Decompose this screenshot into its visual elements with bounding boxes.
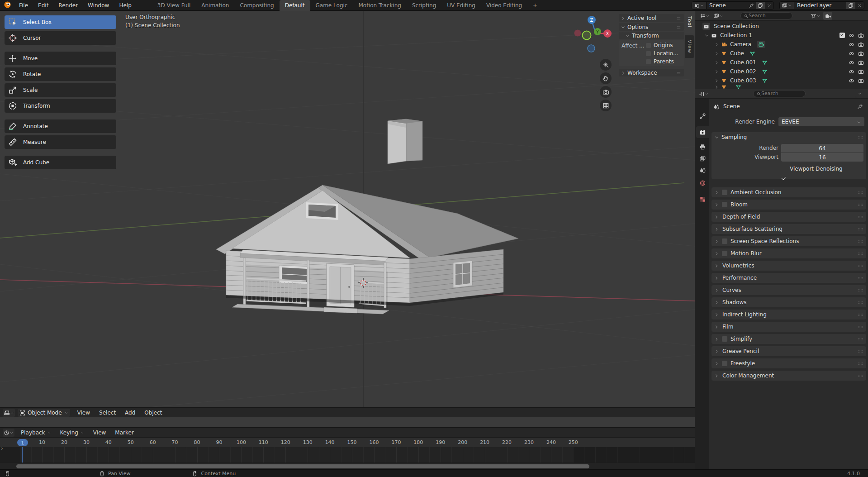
tool-annotate[interactable]: Annotate	[5, 119, 116, 133]
new-layer-button[interactable]	[846, 2, 855, 9]
section-bloom[interactable]: Bloom	[711, 200, 866, 210]
outliner-row-camera[interactable]: Camera	[695, 40, 868, 49]
properties-search-input[interactable]	[761, 91, 802, 96]
section-checkbox[interactable]	[722, 251, 727, 256]
timeline-menu-view[interactable]: View	[89, 429, 110, 436]
outliner-row-cube-003[interactable]: Cube.003	[695, 76, 868, 85]
new-collection-button[interactable]	[823, 12, 832, 20]
menu-edit[interactable]: Edit	[33, 0, 53, 11]
npanel-active-tool[interactable]: Active Tool	[619, 14, 684, 22]
properties-tab-world[interactable]	[696, 177, 709, 189]
outliner-row-partial[interactable]	[695, 85, 868, 89]
workspace-tab-scripting[interactable]: Scripting	[407, 0, 441, 11]
outliner-filter-dropdown[interactable]	[810, 12, 821, 20]
section-curves[interactable]: Curves	[711, 285, 866, 295]
sampling-panel-header[interactable]: Sampling	[711, 132, 866, 142]
section-performance[interactable]: Performance	[711, 273, 866, 283]
tool-rotate[interactable]: Rotate	[5, 67, 116, 81]
outliner-filter-mode-dropdown[interactable]	[712, 12, 724, 20]
section-checkbox[interactable]	[722, 238, 727, 244]
tool-move[interactable]: Move	[5, 52, 116, 65]
playhead-line[interactable]	[22, 447, 23, 463]
hide-toggle[interactable]	[849, 50, 854, 57]
timeline-menu-keying[interactable]: Keying	[56, 429, 89, 436]
checkbox[interactable]	[646, 43, 651, 48]
tool-scale[interactable]: Scale	[5, 83, 116, 97]
properties-tab-output[interactable]	[696, 141, 709, 153]
viewport-menu-add[interactable]: Add	[120, 410, 140, 416]
section-subsurface-scattering[interactable]: Subsurface Scattering	[711, 224, 866, 234]
blender-logo-icon[interactable]	[4, 1, 11, 10]
section-simplify[interactable]: Simplify	[711, 334, 866, 344]
editor-type-button[interactable]	[3, 409, 15, 417]
add-workspace-button[interactable]: +	[527, 0, 543, 11]
properties-tab-viewlayer[interactable]	[696, 153, 709, 164]
viewport-menu-view[interactable]: View	[73, 410, 95, 416]
npanel-workspace[interactable]: Workspace	[619, 69, 684, 76]
outliner-row-scene-collection[interactable]: Scene Collection	[695, 22, 868, 31]
tool-cursor[interactable]: Cursor	[5, 31, 116, 45]
hide-toggle[interactable]	[849, 41, 854, 48]
workspace-tab-uv-editing[interactable]: UV Editing	[441, 0, 481, 11]
properties-options-dropdown[interactable]	[855, 90, 864, 98]
workspace-tab-compositing[interactable]: Compositing	[234, 0, 279, 11]
viewport-menu-select[interactable]: Select	[95, 410, 120, 416]
section-indirect-lighting[interactable]: Indirect Lighting	[711, 310, 866, 320]
npanel-tab-view[interactable]: View	[685, 35, 694, 58]
mode-dropdown[interactable]: Object Mode	[18, 409, 70, 417]
workspace-tab-animation[interactable]: Animation	[196, 0, 234, 11]
collection-checkbox[interactable]	[840, 33, 845, 38]
hide-toggle[interactable]	[849, 77, 854, 84]
close-icon[interactable]	[855, 2, 864, 9]
properties-search[interactable]	[753, 90, 806, 97]
workspace-tab-3d-view-full[interactable]: 3D View Full	[152, 0, 196, 11]
render-visibility-toggle[interactable]	[858, 41, 864, 48]
properties-tab-texture[interactable]	[696, 193, 709, 205]
section-checkbox[interactable]	[722, 202, 727, 207]
new-scene-button[interactable]	[756, 2, 765, 9]
render-layer-name[interactable]: RenderLayer	[794, 2, 846, 9]
timeline-ruler[interactable]: 1020304050607080901001101201301401501601…	[0, 437, 695, 447]
outliner-row-cube-001[interactable]: Cube.001	[695, 58, 868, 67]
section-shadows[interactable]: Shadows	[711, 297, 866, 307]
render-visibility-toggle[interactable]	[858, 32, 864, 38]
zoom-button[interactable]	[600, 59, 612, 71]
workspace-tab-default[interactable]: Default	[280, 0, 310, 11]
browse-layer-button[interactable]	[780, 2, 794, 9]
timeline-menu-playback[interactable]: Playback	[16, 429, 56, 436]
workspace-tab-video-editing[interactable]: Video Editing	[481, 0, 527, 11]
hide-toggle[interactable]	[849, 59, 854, 66]
outliner-search[interactable]	[740, 12, 792, 19]
affect-parents[interactable]: Parents	[646, 58, 674, 65]
npanel-tab-tool[interactable]: Tool	[685, 11, 694, 33]
section-checkbox[interactable]	[722, 336, 727, 342]
hide-toggle[interactable]	[849, 68, 854, 75]
properties-tab-render[interactable]	[696, 126, 709, 138]
menu-help[interactable]: Help	[114, 0, 136, 11]
section-film[interactable]: Film	[711, 322, 866, 332]
close-icon[interactable]	[765, 2, 773, 9]
render-visibility-toggle[interactable]	[858, 59, 864, 66]
checkbox[interactable]	[646, 51, 651, 56]
current-frame-badge[interactable]: 1	[17, 439, 28, 446]
npanel-options[interactable]: Options	[619, 23, 684, 31]
workspace-tab-motion-tracking[interactable]: Motion Tracking	[353, 0, 406, 11]
browse-scene-button[interactable]	[692, 2, 707, 9]
pin-icon[interactable]	[857, 103, 863, 110]
sampling-viewport-field[interactable]: 16	[781, 153, 863, 162]
timeline-scrollbar-thumb[interactable]	[16, 464, 589, 468]
outliner-display-mode-dropdown[interactable]	[699, 12, 711, 20]
affect-origins[interactable]: Origins	[646, 42, 673, 49]
npanel-transform[interactable]: Transform	[619, 32, 684, 39]
section-color-management[interactable]: Color Management	[711, 371, 866, 381]
checkbox[interactable]	[646, 59, 651, 64]
timeline-menu-marker[interactable]: Marker	[110, 429, 138, 436]
3d-viewport[interactable]: User Orthographic (1) Scene Collection S…	[0, 11, 695, 417]
camera-view-button[interactable]	[600, 86, 612, 98]
properties-tab-scene[interactable]	[696, 164, 709, 176]
navigation-gizmo[interactable]: Z Y X	[569, 14, 619, 64]
tool-measure[interactable]: Measure	[5, 135, 116, 149]
render-engine-dropdown[interactable]: EEVEE	[778, 117, 864, 126]
menu-file[interactable]: File	[14, 0, 33, 11]
section-checkbox[interactable]	[722, 190, 727, 195]
